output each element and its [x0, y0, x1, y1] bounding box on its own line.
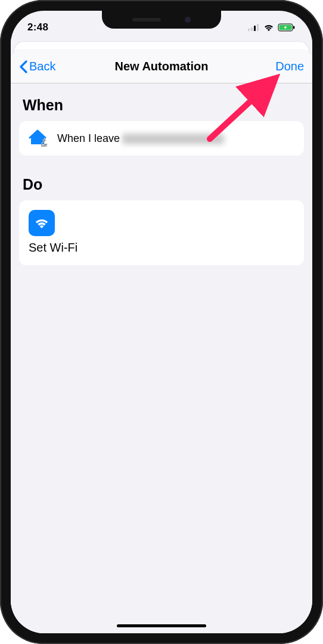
svg-rect-1 [251, 27, 253, 31]
home-indicator[interactable] [117, 624, 206, 627]
phone-frame: 2:48 [0, 0, 323, 644]
notch [102, 11, 221, 29]
wifi-icon [263, 24, 274, 32]
nav-bar: Back New Automation Done [11, 50, 312, 83]
wifi-action-icon [29, 210, 55, 236]
page-title: New Automation [114, 60, 208, 73]
svg-rect-2 [254, 26, 256, 31]
status-time: 2:48 [27, 21, 48, 33]
svg-rect-0 [248, 29, 250, 31]
when-trigger-prefix: When I leave [57, 132, 120, 144]
leave-home-icon [29, 129, 49, 147]
svg-rect-6 [293, 26, 294, 29]
when-trigger-text: When I leave [57, 132, 224, 145]
redacted-location [123, 134, 224, 144]
svg-rect-3 [257, 24, 259, 31]
screen: 2:48 [11, 11, 312, 633]
do-action-row[interactable]: Set Wi-Fi [19, 200, 304, 265]
done-button[interactable]: Done [275, 60, 304, 73]
modal-sheet: Back New Automation Done When [11, 50, 312, 633]
when-header: When [11, 83, 312, 121]
svg-point-7 [42, 138, 45, 141]
battery-icon [278, 23, 296, 32]
chevron-left-icon [19, 60, 28, 73]
when-trigger-row[interactable]: When I leave [19, 121, 304, 156]
back-label: Back [29, 60, 55, 73]
cell-signal-icon [248, 24, 260, 31]
do-action-label: Set Wi-Fi [29, 241, 294, 255]
back-button[interactable]: Back [19, 60, 55, 73]
do-header: Do [11, 163, 312, 200]
